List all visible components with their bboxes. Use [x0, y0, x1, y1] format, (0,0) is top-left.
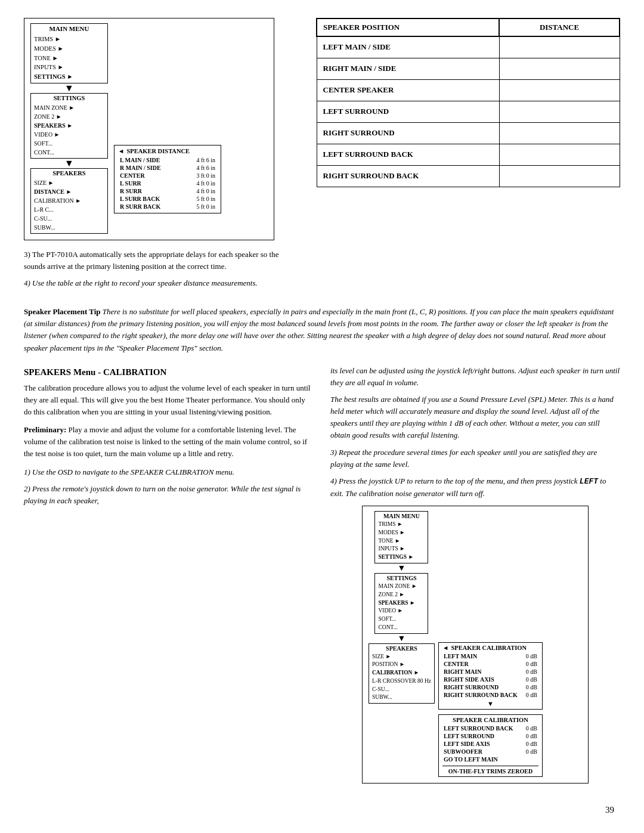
- diagram2-wrapper: MAIN MENU TRIMS ► MODES ► TONE ► INPUTS …: [330, 506, 620, 784]
- d2-modes: MODES ►: [378, 529, 425, 537]
- speakers-item-distance: DISTANCE ►: [34, 187, 104, 196]
- cal-val: 0 dB: [523, 740, 538, 748]
- table-row: RIGHT MAIN / SIDE: [317, 58, 620, 79]
- step2-text: 2) Press the remote's joystick down to t…: [24, 483, 314, 507]
- sd-row-lmain: L MAIN / SIDE 4 ft 6 in: [118, 156, 217, 164]
- arrow-down-2: ▼: [30, 159, 108, 168]
- d2-calibration-item: CALIBRATION ►: [372, 669, 431, 677]
- table-row: LEFT SURROUND BACK: [317, 144, 620, 165]
- d2-main-menu-box: MAIN MENU TRIMS ► MODES ► TONE ► INPUTS …: [374, 511, 428, 563]
- on-fly-text: ON-THE-FLY TRIMS ZEROED: [442, 766, 538, 775]
- d2-arrow1: ▼: [398, 563, 406, 573]
- cal-label: RIGHT SURROUND: [442, 683, 524, 691]
- cal-label: SUBWOOFER: [442, 748, 523, 755]
- arrow-down-1: ▼: [30, 83, 108, 93]
- speakers-item-lrc: L-R C...: [34, 205, 104, 214]
- sp-row-rightmain: RIGHT MAIN / SIDE: [317, 58, 499, 79]
- right-para2: The best results are obtained if you use…: [330, 394, 620, 442]
- sp-row-leftmain: LEFT MAIN / SIDE: [317, 36, 499, 58]
- speaker-position-table: SPEAKER POSITION DISTANCE LEFT MAIN / SI…: [316, 18, 620, 187]
- step1-text: 1) Use the OSD to navigate to the SPEAKE…: [24, 466, 314, 478]
- cal-label: LEFT SIDE AXIS: [442, 740, 523, 748]
- cal-label: CENTER: [442, 660, 524, 668]
- sd-label: L SURR BACK: [118, 195, 184, 203]
- sp-row-rightsurr: RIGHT SURROUND: [317, 122, 499, 144]
- settings-box: SETTINGS MAIN ZONE ► ZONE 2 ► SPEAKERS ►…: [30, 93, 108, 159]
- d2-csu: C-SU...: [372, 686, 431, 694]
- calibration-heading: SPEAKERS Menu - CALIBRATION: [24, 367, 314, 377]
- cal-label: RIGHT SIDE AXIS: [442, 676, 524, 683]
- d2-lrc-val: 80 Hz: [417, 678, 431, 684]
- d2-lrc: L-R CROSSOVER 80 Hz: [372, 677, 431, 686]
- cal-val: 0 dB: [524, 668, 538, 676]
- left-key: LEFT: [580, 477, 598, 486]
- settings-item-mainzone: MAIN ZONE ►: [34, 103, 104, 112]
- settings-title: SETTINGS: [34, 95, 104, 101]
- d2-speakers-title: SPEAKERS: [372, 645, 431, 652]
- arrow-left-sd: ◄: [118, 148, 124, 154]
- preliminary-para: Preliminary: Play a movie and adjust the…: [24, 424, 314, 460]
- cal-row: LEFT MAIN0 dB: [442, 652, 538, 660]
- d2-inputs: INPUTS ►: [378, 545, 425, 553]
- speakers-item-csu: C-SU...: [34, 214, 104, 223]
- para3-text: 3) The PT-7010A automatically sets the a…: [24, 249, 298, 289]
- cal-row: RIGHT SIDE AXIS0 dB: [442, 676, 538, 683]
- d2-trims: TRIMS ►: [378, 521, 425, 529]
- calibration-intro-text: The calibration procedure allows you to …: [24, 382, 314, 418]
- cal-row: RIGHT SURROUND0 dB: [442, 683, 538, 691]
- right-para4: 4) Press the joystick UP to return to th…: [330, 475, 620, 500]
- d2-cont: CONT...: [378, 624, 425, 632]
- d2-video: VIDEO ►: [378, 607, 425, 615]
- sd-table: L MAIN / SIDE 4 ft 6 in R MAIN / SIDE 4 …: [118, 156, 217, 210]
- menu-item-tone: TONE ►: [34, 54, 104, 63]
- cal-row: LEFT SURROUND0 dB: [442, 732, 538, 740]
- sp-distance-leftsurr: [499, 101, 620, 122]
- steps-section: 1) Use the OSD to navigate to the SPEAKE…: [24, 466, 314, 507]
- sd-value: 3 ft 0 in: [184, 172, 217, 179]
- cal-val: 0 dB: [524, 652, 538, 660]
- cal-val: 0 dB: [524, 660, 538, 668]
- sp-row-center: CENTER SPEAKER: [317, 79, 499, 101]
- table-row: LEFT SURROUND: [317, 101, 620, 122]
- d2-cal-title1: ◄ SPEAKER CALIBRATION: [442, 645, 538, 651]
- sp-row-leftsurr: LEFT SURROUND: [317, 101, 499, 122]
- cal-val: 0 dB: [523, 748, 538, 755]
- cal-row: LEFT SURROUND BACK0 dB: [442, 724, 538, 732]
- para3: 3) The PT-7010A automatically sets the a…: [24, 249, 298, 272]
- d2-mainzone: MAIN ZONE ►: [378, 583, 425, 591]
- cal-row: GO TO LEFT MAIN: [442, 755, 538, 763]
- sp-row-leftsurrback: LEFT SURROUND BACK: [317, 144, 499, 165]
- settings-item-soft: SOFT...: [34, 139, 104, 148]
- d2-cal-table2: LEFT SURROUND BACK0 dB LEFT SURROUND0 dB…: [442, 724, 538, 763]
- d2-arrow2: ▼: [398, 634, 406, 643]
- sd-label: L MAIN / SIDE: [118, 156, 184, 164]
- speakers-item-subw: SUBW...: [34, 223, 104, 232]
- main-menu-title: MAIN MENU: [34, 25, 104, 32]
- speakers-box: SPEAKERS SIZE ► DISTANCE ► CALIBRATION ►…: [30, 168, 108, 234]
- right-para1: its level can be adjusted using the joys…: [330, 365, 620, 389]
- sp-distance-rightsurrback: [499, 165, 620, 187]
- sp-distance-rightsurr: [499, 122, 620, 144]
- cal-val: [523, 755, 538, 763]
- sd-label: R SURR: [118, 187, 184, 195]
- placement-tip-label: Speaker Placement Tip: [24, 307, 101, 316]
- right-paras: its level can be adjusted using the joys…: [330, 365, 620, 500]
- settings-item-zone2: ZONE 2 ►: [34, 112, 104, 121]
- cal-row: SUBWOOFER0 dB: [442, 748, 538, 755]
- d2-settings-box: SETTINGS MAIN ZONE ► ZONE 2 ► SPEAKERS ►…: [374, 573, 428, 634]
- sd-title: ◄ SPEAKER DISTANCE: [118, 148, 217, 154]
- sd-label: CENTER: [118, 172, 184, 179]
- sd-row-lsurrback: L SURR BACK 5 ft 0 in: [118, 195, 217, 203]
- d2-cal-title2: SPEAKER CALIBRATION: [442, 717, 538, 723]
- calibration-intro: The calibration procedure allows you to …: [24, 382, 314, 418]
- para4: 4) Use the table at the right to record …: [24, 277, 298, 289]
- sp-distance-rightmain: [499, 58, 620, 79]
- d2-main-title: MAIN MENU: [378, 513, 425, 519]
- sd-row-center: CENTER 3 ft 0 in: [118, 172, 217, 179]
- placement-tip-para: Speaker Placement Tip There is no substi…: [24, 306, 620, 354]
- placement-tip-content: There is no substitute for well placed s…: [24, 307, 614, 352]
- menu-item-trims: TRIMS ►: [34, 35, 104, 44]
- right-para4-prefix: 4) Press the joystick UP to return to th…: [330, 476, 580, 485]
- menu-item-settings: SETTINGS ►: [34, 72, 104, 82]
- cal-val: 0 dB: [524, 691, 538, 699]
